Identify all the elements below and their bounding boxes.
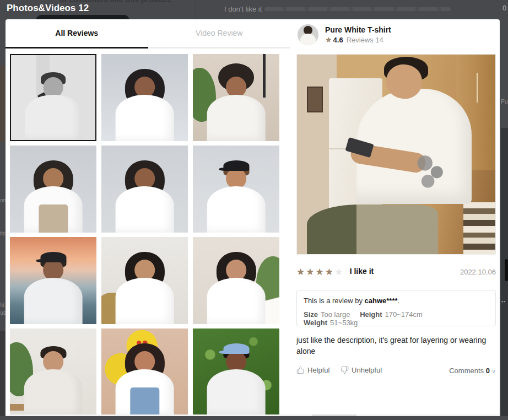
horizontal-scrollbar-track[interactable] <box>6 414 500 416</box>
product-rating: ★4.6Reviews 14 <box>325 35 383 44</box>
review-rating-row: ★★★★★ I like it 2022.10.06 <box>296 266 496 278</box>
gallery-thumb-man-blue-cap-hedge[interactable] <box>193 329 279 416</box>
page-scrollbar-thumb[interactable] <box>505 259 508 281</box>
unhelpful-button[interactable]: Unhelpful <box>341 366 382 374</box>
reviewer-measurements: SizeToo large Height170~174cm Weight51~5… <box>304 310 489 327</box>
review-text: just like the description, it's great fo… <box>296 335 496 357</box>
gallery-thumb-afro-person-livingroom[interactable] <box>193 54 279 141</box>
star-icon: ★ <box>325 35 332 44</box>
horizontal-scrollbar-thumb[interactable] <box>312 414 356 416</box>
gallery-thumb-woman-emoji-balloons[interactable] <box>101 329 188 416</box>
gallery-thumb-woman-writing-notebook[interactable] <box>193 237 279 324</box>
tab-all-reviews[interactable]: All Reviews <box>6 19 148 49</box>
star-filled-icon: ★ <box>316 267 325 277</box>
star-filled-icon: ★ <box>296 267 305 277</box>
review-actions: Helpful Unhelpful Comments 0∨ <box>296 366 496 377</box>
tab-video-review[interactable]: Video Review <box>148 19 291 49</box>
height-value: 170~174cm <box>385 310 423 319</box>
star-filled-icon: ★ <box>306 267 315 277</box>
review-title: I like it <box>350 267 374 276</box>
selected-review-photo[interactable] <box>296 54 496 255</box>
background-image-fragment <box>0 331 5 416</box>
gallery-thumb-woman-curly-gray-bg[interactable] <box>101 54 188 141</box>
gallery-thumb-man-phone-grayscale[interactable] <box>10 54 96 141</box>
photos-videos-title: Photos&Videos12 <box>7 3 89 14</box>
background-divider <box>196 0 196 19</box>
review-stars: ★★★★★ <box>296 267 344 277</box>
height-label: Height <box>360 310 382 319</box>
rating-value: 4.6 <box>333 36 343 44</box>
review-detail-panel: Pure White T-shirt ★4.6Reviews 14 ★★★★★ … <box>296 19 496 416</box>
reviewer-byline: This is a review by cahwe****. <box>304 297 489 305</box>
size-value: Too large <box>321 310 350 319</box>
comments-count: 0 <box>486 367 490 375</box>
helpful-button[interactable]: Helpful <box>296 366 329 374</box>
star-filled-icon: ★ <box>325 267 334 277</box>
gallery-thumb-woman-on-phone-smiling[interactable] <box>101 237 188 324</box>
rating-distribution-bar <box>264 7 451 11</box>
reviewer-info-box: This is a review by cahwe****. SizeToo l… <box>296 290 496 326</box>
gallery-thumb-man-sunset-lake[interactable] <box>10 237 96 324</box>
dislike-label: I don't like it <box>224 5 262 13</box>
photo-grid <box>10 54 284 416</box>
background-image-fragment <box>0 65 5 142</box>
background-text-fragment: Fu <box>501 98 508 105</box>
gallery-thumb-woman-fullbody-beige-pants[interactable] <box>10 146 96 233</box>
photos-videos-count: 12 <box>78 3 89 13</box>
dislike-count: 0 <box>502 4 506 12</box>
comments-toggle[interactable]: Comments 0∨ <box>449 367 496 375</box>
gallery-thumb-man-black-cap[interactable] <box>193 146 279 233</box>
star-empty-icon: ★ <box>334 267 343 277</box>
size-label: Size <box>304 310 318 319</box>
product-avatar <box>298 24 318 45</box>
weight-label: Weight <box>304 319 327 327</box>
reviewer-name: cahwe**** <box>365 297 398 305</box>
reviews-count: Reviews 14 <box>347 36 383 44</box>
review-date: 2022.10.06 <box>460 268 496 276</box>
background-text-fragment: ** <box>501 300 506 305</box>
thumb-up-icon <box>296 366 305 374</box>
weight-value: 51~53kg <box>330 319 358 327</box>
gallery-thumb-woman-desk-laptop[interactable] <box>10 329 96 416</box>
gallery-thumb-woman-curly-torso[interactable] <box>101 146 188 233</box>
chevron-down-icon: ∨ <box>491 368 496 374</box>
photos-videos-modal: All Reviews Video Review Pure White T-sh… <box>6 19 500 416</box>
thumb-down-icon <box>341 366 349 374</box>
review-tabs: All Reviews Video Review <box>6 19 290 49</box>
product-name: Pure White T-shirt <box>325 25 391 34</box>
